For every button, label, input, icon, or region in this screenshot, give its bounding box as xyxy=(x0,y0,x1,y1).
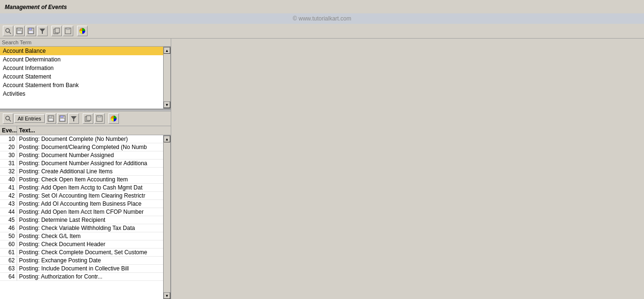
svg-rect-20 xyxy=(60,116,63,118)
events-table-header: Eve... Text... xyxy=(0,126,171,135)
title-bar: Management of Events xyxy=(0,0,644,13)
eve-cell: 43 xyxy=(0,200,17,208)
svg-rect-10 xyxy=(55,28,59,33)
main-container: Search Term Account BalanceAccount Deter… xyxy=(0,39,644,299)
svg-rect-17 xyxy=(49,116,52,118)
search-panel: Search Term Account BalanceAccount Deter… xyxy=(0,39,171,110)
svg-rect-18 xyxy=(49,119,53,121)
eve-cell: 61 xyxy=(0,249,17,256)
events-toolbar: All Entries xyxy=(0,111,171,126)
table-row[interactable]: 46Posting: Check Variable Withholding Ta… xyxy=(0,224,163,232)
pie-chart-btn[interactable] xyxy=(77,26,88,36)
text-cell: Posting: Add Open Item Acctg to Cash Mgm… xyxy=(17,184,163,191)
search-list-container: Account BalanceAccount DeterminationAcco… xyxy=(0,47,171,109)
table-row[interactable]: 62Posting: Exchange Posting Date xyxy=(0,257,163,265)
text-cell: Posting: Check Complete Document, Set Cu… xyxy=(17,249,163,256)
left-panel: Search Term Account BalanceAccount Deter… xyxy=(0,39,171,299)
text-cell: Posting: Document Number Assigned xyxy=(17,151,163,159)
svg-marker-8 xyxy=(39,29,45,34)
text-cell: Posting: Check Variable Withholding Tax … xyxy=(17,224,163,232)
text-column-header: Text... xyxy=(17,126,171,135)
search-scroll-down[interactable]: ▼ xyxy=(164,101,170,108)
text-cell: Posting: Set OI Accounting Item Clearing… xyxy=(17,192,163,199)
events-pie-btn[interactable] xyxy=(108,113,119,124)
text-cell: Posting: Include Document in Collective … xyxy=(17,265,163,272)
text-cell: Posting: Document Complete (No Number) xyxy=(17,135,163,143)
watermark-bar: © www.tutorialkart.com xyxy=(0,13,644,24)
table-row[interactable]: 40Posting: Check Open Item Accounting It… xyxy=(0,176,163,184)
table-row[interactable]: 44Posting: Add Open Item Acct Item CFOP … xyxy=(0,208,163,216)
search-item[interactable]: Account Determination xyxy=(0,55,163,64)
events-search-btn[interactable] xyxy=(3,113,13,124)
text-cell: Posting: Document/Clearing Completed (No… xyxy=(17,143,163,151)
save-local-btn[interactable] xyxy=(26,26,36,36)
eve-cell: 46 xyxy=(0,224,17,232)
svg-rect-6 xyxy=(29,28,32,30)
search-scrollbar[interactable]: ▲ ▼ xyxy=(163,47,171,109)
svg-point-0 xyxy=(6,29,10,32)
search-header: Search Term xyxy=(0,39,171,47)
eve-cell: 20 xyxy=(0,143,17,151)
eve-cell: 32 xyxy=(0,168,17,175)
table-row[interactable]: 45Posting: Determine Last Recipient xyxy=(0,216,163,224)
eve-cell: 10 xyxy=(0,135,17,143)
events-paste-btn[interactable] xyxy=(94,113,105,124)
search-scroll-up[interactable]: ▲ xyxy=(164,47,170,54)
search-item[interactable]: Account Statement from Bank xyxy=(0,81,163,90)
eve-cell: 30 xyxy=(0,151,17,159)
eve-cell: 50 xyxy=(0,232,17,240)
events-panel: All Entries xyxy=(0,111,171,299)
svg-rect-7 xyxy=(29,31,33,33)
table-row[interactable]: 43Posting: Add OI Accounting Item Busine… xyxy=(0,200,163,208)
events-save-btn[interactable] xyxy=(46,113,56,124)
copy-btn[interactable] xyxy=(51,26,62,36)
search-item[interactable]: Activities xyxy=(0,90,163,98)
right-panel xyxy=(171,39,644,299)
events-save-local-btn[interactable] xyxy=(57,113,68,124)
text-cell: Posting: Determine Last Recipient xyxy=(17,216,163,224)
table-row[interactable]: 10Posting: Document Complete (No Number) xyxy=(0,135,163,143)
eve-cell: 45 xyxy=(0,216,17,224)
table-row[interactable]: 20Posting: Document/Clearing Completed (… xyxy=(0,143,163,151)
events-scrollbar[interactable]: ▲ ▼ xyxy=(163,135,171,299)
table-row[interactable]: 31Posting: Document Number Assigned for … xyxy=(0,159,163,168)
svg-rect-21 xyxy=(60,119,65,121)
search-btn[interactable] xyxy=(3,26,13,36)
search-item[interactable]: Account Balance xyxy=(0,47,163,55)
svg-rect-12 xyxy=(67,28,69,30)
text-cell: Posting: Exchange Posting Date xyxy=(17,257,163,264)
events-filter-btn[interactable] xyxy=(68,113,79,124)
table-row[interactable]: 41Posting: Add Open Item Acctg to Cash M… xyxy=(0,184,163,192)
top-toolbar xyxy=(0,24,644,39)
svg-rect-24 xyxy=(87,116,91,120)
eve-cell: 64 xyxy=(0,273,17,280)
all-entries-button[interactable]: All Entries xyxy=(14,114,45,123)
table-row[interactable]: 63Posting: Include Document in Collectiv… xyxy=(0,265,163,273)
events-scroll-up[interactable]: ▲ xyxy=(164,136,170,142)
svg-point-14 xyxy=(6,116,10,120)
table-row[interactable]: 42Posting: Set OI Accounting Item Cleari… xyxy=(0,192,163,200)
save-btn[interactable] xyxy=(14,26,25,36)
eve-cell: 40 xyxy=(0,176,17,183)
table-row[interactable]: 30Posting: Document Number Assigned xyxy=(0,151,163,159)
search-item[interactable]: Account Statement xyxy=(0,72,163,81)
paste-btn[interactable] xyxy=(63,26,73,36)
eve-cell: 44 xyxy=(0,208,17,216)
events-scroll-down[interactable]: ▼ xyxy=(164,292,170,299)
table-row[interactable]: 64Posting: Authorization for Contr... xyxy=(0,273,163,281)
filter-btn[interactable] xyxy=(37,26,48,36)
table-row[interactable]: 61Posting: Check Complete Document, Set … xyxy=(0,249,163,257)
search-list[interactable]: Account BalanceAccount DeterminationAcco… xyxy=(0,47,163,109)
eve-column-header: Eve... xyxy=(0,126,17,135)
table-row[interactable]: 32Posting: Create Additional Line Items xyxy=(0,168,163,176)
svg-rect-3 xyxy=(18,28,20,30)
eve-cell: 62 xyxy=(0,257,17,264)
table-row[interactable]: 60Posting: Check Document Header xyxy=(0,240,163,249)
events-list[interactable]: 10Posting: Document Complete (No Number)… xyxy=(0,135,163,282)
text-cell: Posting: Authorization for Contr... xyxy=(17,273,163,280)
events-copy-btn[interactable] xyxy=(83,113,93,124)
eve-cell: 42 xyxy=(0,192,17,199)
table-row[interactable]: 50Posting: Check G/L Item xyxy=(0,232,163,240)
text-cell: Posting: Check G/L Item xyxy=(17,232,163,240)
search-item[interactable]: Account Information xyxy=(0,64,163,72)
